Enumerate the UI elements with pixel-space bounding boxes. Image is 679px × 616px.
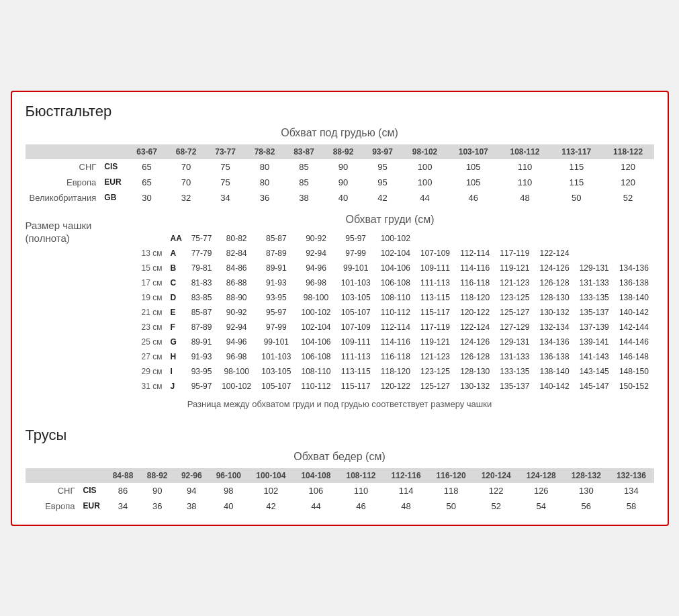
cup-cell-0-4: 95-97 bbox=[336, 231, 375, 246]
cup-cell-10-1: 100-102 bbox=[217, 379, 257, 394]
cup-cell-2-1: 84-86 bbox=[217, 261, 257, 275]
cup-cell-3-7: 116-118 bbox=[455, 275, 495, 290]
cup-cell-3-1: 86-88 bbox=[217, 275, 257, 290]
ub-code-2: GB bbox=[100, 190, 127, 206]
ub-code-1: EUR bbox=[100, 175, 127, 190]
cup-cell-2-4: 99-101 bbox=[336, 261, 375, 275]
cup-section-title: Размер чашки (полнота) bbox=[26, 219, 126, 245]
cup-size-6: 23 см bbox=[126, 320, 167, 335]
cup-cell-2-9: 124-126 bbox=[535, 261, 574, 275]
ub-h3: 73-77 bbox=[206, 144, 244, 159]
h-h13: 132-136 bbox=[608, 468, 653, 483]
hips-cell-0-8: 118 bbox=[428, 483, 473, 498]
cup-cell-0-7 bbox=[455, 231, 495, 246]
hips-label-1: Европа bbox=[26, 498, 79, 514]
cup-cell-10-9: 140-142 bbox=[535, 379, 574, 394]
h-h5: 100-104 bbox=[248, 468, 293, 483]
cup-cell-9-8: 133-135 bbox=[495, 364, 535, 379]
ub-cell-1-0: 65 bbox=[127, 175, 166, 190]
cup-cell-4-0: 83-85 bbox=[187, 290, 217, 305]
cup-cell-1-9: 122-124 bbox=[535, 246, 574, 261]
cup-cell-5-5: 110-112 bbox=[375, 305, 415, 320]
cup-code-5: E bbox=[167, 305, 187, 320]
h-h1: 84-88 bbox=[106, 468, 140, 483]
cup-row-2: 15 см B 79-8184-8689-9194-9699-101104-10… bbox=[126, 261, 654, 275]
cup-code-8: H bbox=[167, 349, 187, 364]
underbust-header-row: 63-67 68-72 73-77 78-82 83-87 88-92 93-9… bbox=[26, 144, 654, 159]
cup-cell-7-6: 119-121 bbox=[415, 335, 455, 349]
cup-cell-7-1: 94-96 bbox=[217, 335, 257, 349]
cup-code-2: B bbox=[167, 261, 187, 275]
hips-cell-0-0: 86 bbox=[106, 483, 140, 498]
cup-cell-7-0: 89-91 bbox=[187, 335, 217, 349]
ub-cell-2-6: 42 bbox=[363, 190, 402, 206]
cup-cell-4-5: 108-110 bbox=[375, 290, 415, 305]
cup-cell-10-3: 110-112 bbox=[296, 379, 336, 394]
cup-code-1: A bbox=[167, 246, 187, 261]
cup-cell-0-10 bbox=[574, 231, 614, 246]
ub-cell-2-3: 36 bbox=[245, 190, 284, 206]
cup-cell-9-2: 103-105 bbox=[257, 364, 296, 379]
hips-cell-0-5: 106 bbox=[293, 483, 338, 498]
ub-cell-0-6: 95 bbox=[363, 159, 402, 175]
ub-cell-0-11: 120 bbox=[602, 159, 654, 175]
hips-cell-0-1: 90 bbox=[140, 483, 175, 498]
hips-cell-1-6: 46 bbox=[338, 498, 383, 514]
cup-cell-8-11: 146-148 bbox=[614, 349, 653, 364]
ub-cell-2-8: 46 bbox=[447, 190, 499, 206]
hips-cell-1-7: 48 bbox=[383, 498, 428, 514]
cup-cell-10-10: 145-147 bbox=[574, 379, 614, 394]
ub-cell-1-11: 120 bbox=[602, 175, 654, 190]
ub-cell-0-7: 100 bbox=[402, 159, 448, 175]
note-table: Разница между обхватом груди и под грудь… bbox=[26, 394, 654, 414]
cup-cell-4-11: 138-140 bbox=[614, 290, 653, 305]
ub-label-2: Великобритания bbox=[26, 190, 101, 206]
cup-cell-8-4: 111-113 bbox=[336, 349, 375, 364]
cup-cell-1-7: 112-114 bbox=[455, 246, 495, 261]
cup-cell-3-2: 91-93 bbox=[257, 275, 296, 290]
h-h11: 124-128 bbox=[518, 468, 563, 483]
h-h2: 88-92 bbox=[140, 468, 175, 483]
ub-cell-2-4: 38 bbox=[284, 190, 323, 206]
cup-cell-2-2: 89-91 bbox=[257, 261, 296, 275]
ub-cell-0-3: 80 bbox=[245, 159, 284, 175]
hips-cell-1-3: 40 bbox=[209, 498, 248, 514]
cup-cell-1-0: 77-79 bbox=[187, 246, 217, 261]
ub-cell-1-10: 115 bbox=[551, 175, 602, 190]
cup-cell-8-9: 136-138 bbox=[535, 349, 574, 364]
note-row: Разница между обхватом груди и под грудь… bbox=[26, 394, 654, 414]
cup-cell-9-4: 113-115 bbox=[336, 364, 375, 379]
cup-cell-1-5: 102-104 bbox=[375, 246, 415, 261]
cup-cell-3-11: 136-138 bbox=[614, 275, 653, 290]
ub-cell-0-8: 105 bbox=[447, 159, 499, 175]
cup-cell-6-1: 92-94 bbox=[217, 320, 257, 335]
cup-cell-1-2: 87-89 bbox=[257, 246, 296, 261]
cup-cell-9-9: 138-140 bbox=[535, 364, 574, 379]
cup-cell-7-3: 104-106 bbox=[296, 335, 336, 349]
h-h4: 96-100 bbox=[209, 468, 248, 483]
hips-title: Обхват бедер (см) bbox=[26, 451, 654, 463]
cup-cell-10-11: 150-152 bbox=[614, 379, 653, 394]
ub-cell-2-11: 52 bbox=[602, 190, 654, 206]
hips-body: СНГ CIS 86909498102106110114118122126130… bbox=[26, 483, 654, 514]
cup-cell-5-4: 105-107 bbox=[336, 305, 375, 320]
cup-row-8: 27 см H 91-9396-98101-103106-108111-1131… bbox=[126, 349, 654, 364]
cup-cell-8-3: 106-108 bbox=[296, 349, 336, 364]
hips-cell-1-10: 54 bbox=[518, 498, 563, 514]
h-h3: 92-96 bbox=[175, 468, 209, 483]
cup-cell-2-6: 109-111 bbox=[415, 261, 455, 275]
cup-code-0: AA bbox=[167, 231, 187, 246]
cup-cell-1-3: 92-94 bbox=[296, 246, 336, 261]
cup-body: AA 75-7780-8285-8790-9295-97100-102 13 с… bbox=[126, 231, 654, 394]
cup-cell-9-0: 93-95 bbox=[187, 364, 217, 379]
ub-cell-1-7: 100 bbox=[402, 175, 448, 190]
hips-label-0: СНГ bbox=[26, 483, 79, 498]
cup-row-10: 31 см J 95-97100-102105-107110-112115-11… bbox=[126, 379, 654, 394]
cup-cell-2-3: 94-96 bbox=[296, 261, 336, 275]
cup-cell-4-10: 133-135 bbox=[574, 290, 614, 305]
cup-cell-1-8: 117-119 bbox=[495, 246, 535, 261]
cup-cell-4-4: 103-105 bbox=[336, 290, 375, 305]
cup-cell-8-5: 116-118 bbox=[375, 349, 415, 364]
hips-cell-1-9: 52 bbox=[473, 498, 518, 514]
cup-cell-1-6: 107-109 bbox=[415, 246, 455, 261]
